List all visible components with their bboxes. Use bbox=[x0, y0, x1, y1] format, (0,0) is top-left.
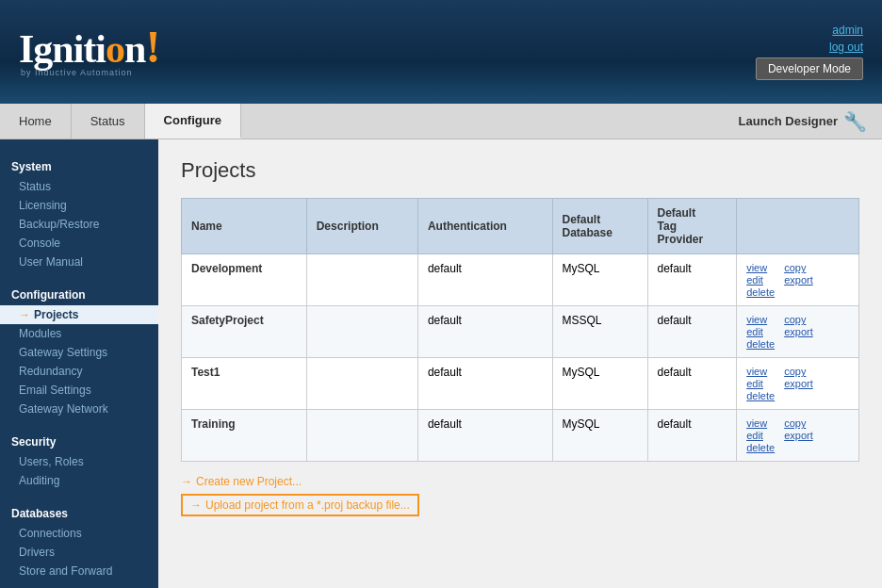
row-auth: default bbox=[417, 254, 552, 306]
sidebar-item-projects[interactable]: → Projects bbox=[0, 305, 158, 324]
edit-link[interactable]: edit bbox=[746, 274, 775, 286]
row-actions: view edit delete copy export bbox=[737, 306, 859, 358]
upload-project-link[interactable]: → Upload project from a *.proj backup fi… bbox=[181, 494, 419, 516]
sidebar-item-console[interactable]: Console bbox=[0, 234, 158, 253]
table-row: SafetyProject default MSSQL default view… bbox=[182, 306, 859, 358]
sidebar-item-licensing[interactable]: Licensing bbox=[0, 196, 158, 215]
sidebar: System Status Licensing Backup/Restore C… bbox=[0, 139, 158, 588]
sidebar-item-drivers[interactable]: Drivers bbox=[0, 543, 158, 562]
footer-links: → Create new Project... → Upload project… bbox=[181, 475, 859, 516]
view-link[interactable]: view bbox=[746, 366, 775, 377]
header: Ignition! by Inductive Automation admin … bbox=[0, 0, 882, 104]
row-actions: view edit delete copy export bbox=[737, 254, 859, 306]
active-arrow-icon: → bbox=[19, 308, 30, 321]
sidebar-item-auditing[interactable]: Auditing bbox=[0, 471, 158, 490]
table-row: Development default MySQL default view e… bbox=[182, 254, 859, 306]
row-description bbox=[306, 410, 417, 462]
export-link[interactable]: export bbox=[784, 378, 813, 389]
row-db: MSSQL bbox=[552, 306, 647, 358]
wrench-icon: 🔧 bbox=[843, 110, 867, 133]
view-link[interactable]: view bbox=[746, 417, 775, 429]
sidebar-item-users-roles[interactable]: Users, Roles bbox=[0, 452, 158, 471]
sidebar-section-security: Security bbox=[0, 426, 158, 452]
delete-link[interactable]: delete bbox=[746, 390, 775, 401]
col-name: Name bbox=[182, 199, 307, 254]
tab-status[interactable]: Status bbox=[72, 104, 145, 139]
arrow-box-icon: → bbox=[190, 498, 202, 512]
export-link[interactable]: export bbox=[784, 430, 813, 441]
row-db: MySQL bbox=[552, 358, 647, 410]
copy-link[interactable]: copy bbox=[784, 262, 813, 273]
row-name: Test1 bbox=[182, 358, 307, 410]
export-link[interactable]: export bbox=[784, 326, 813, 337]
arrow-icon: → bbox=[181, 475, 192, 488]
row-name: Development bbox=[182, 254, 307, 306]
sidebar-section-databases: Databases bbox=[0, 498, 158, 524]
row-db: MySQL bbox=[552, 254, 647, 306]
delete-link[interactable]: delete bbox=[746, 286, 775, 298]
sidebar-item-connections[interactable]: Connections bbox=[0, 524, 158, 543]
delete-link[interactable]: delete bbox=[746, 338, 775, 350]
nav-tabs: Home Status Configure Launch Designer 🔧 bbox=[0, 104, 882, 139]
export-link[interactable]: export bbox=[784, 274, 813, 286]
copy-link[interactable]: copy bbox=[784, 417, 813, 429]
edit-link[interactable]: edit bbox=[746, 378, 775, 389]
edit-link[interactable]: edit bbox=[746, 326, 775, 337]
table-row: Training default MySQL default view edit… bbox=[182, 410, 859, 462]
col-default-db: DefaultDatabase bbox=[552, 199, 647, 254]
projects-table: Name Description Authentication DefaultD… bbox=[181, 198, 859, 462]
row-description bbox=[306, 254, 417, 306]
row-auth: default bbox=[417, 358, 552, 410]
row-auth: default bbox=[417, 410, 552, 462]
upload-project-label: Upload project from a *.proj backup file… bbox=[205, 498, 410, 512]
create-project-link[interactable]: → Create new Project... bbox=[181, 475, 859, 488]
col-default-tag: DefaultTagProvider bbox=[647, 199, 737, 254]
row-description bbox=[306, 306, 417, 358]
dev-mode-button[interactable]: Developer Mode bbox=[756, 57, 863, 80]
row-tag: default bbox=[647, 358, 737, 410]
row-tag: default bbox=[647, 254, 737, 306]
row-db: MySQL bbox=[552, 410, 647, 462]
edit-link[interactable]: edit bbox=[746, 430, 775, 441]
logout-link[interactable]: log out bbox=[829, 41, 863, 54]
launch-designer-label: Launch Designer bbox=[739, 114, 838, 128]
row-tag: default bbox=[647, 306, 737, 358]
logo-text: Ignition! bbox=[19, 26, 159, 72]
row-tag: default bbox=[647, 410, 737, 462]
sidebar-item-store-forward[interactable]: Store and Forward bbox=[0, 562, 158, 580]
sidebar-item-modules[interactable]: Modules bbox=[0, 324, 158, 343]
view-link[interactable]: view bbox=[746, 314, 775, 325]
view-link[interactable]: view bbox=[746, 262, 775, 273]
logo: Ignition! by Inductive Automation bbox=[19, 26, 159, 77]
user-link[interactable]: admin bbox=[832, 24, 863, 37]
table-row: Test1 default MySQL default view edit de… bbox=[182, 358, 859, 410]
row-name: Training bbox=[182, 410, 307, 462]
sidebar-item-redundancy[interactable]: Redundancy bbox=[0, 362, 158, 381]
col-auth: Authentication bbox=[417, 199, 552, 254]
logo-subtitle: by Inductive Automation bbox=[21, 68, 159, 77]
sidebar-item-status[interactable]: Status bbox=[0, 177, 158, 196]
copy-link[interactable]: copy bbox=[784, 314, 813, 325]
sidebar-section-system: System bbox=[0, 151, 158, 177]
tab-home[interactable]: Home bbox=[0, 104, 72, 139]
copy-link[interactable]: copy bbox=[784, 366, 813, 377]
sidebar-section-config: Configuration bbox=[0, 279, 158, 305]
col-actions bbox=[737, 199, 859, 254]
row-name: SafetyProject bbox=[182, 306, 307, 358]
tab-configure[interactable]: Configure bbox=[145, 104, 241, 139]
row-auth: default bbox=[417, 306, 552, 358]
sidebar-item-backup[interactable]: Backup/Restore bbox=[0, 215, 158, 234]
content-area: Projects Name Description Authentication… bbox=[158, 139, 882, 588]
row-actions: view edit delete copy export bbox=[737, 358, 859, 410]
sidebar-item-gateway-network[interactable]: Gateway Network bbox=[0, 400, 158, 418]
delete-link[interactable]: delete bbox=[746, 442, 775, 453]
sidebar-item-manual[interactable]: User Manual bbox=[0, 253, 158, 271]
row-description bbox=[306, 358, 417, 410]
sidebar-item-gateway-settings[interactable]: Gateway Settings bbox=[0, 343, 158, 362]
launch-designer-button[interactable]: Launch Designer 🔧 bbox=[724, 104, 882, 139]
row-actions: view edit delete copy export bbox=[737, 410, 859, 462]
page-title: Projects bbox=[181, 158, 859, 183]
sidebar-item-email-settings[interactable]: Email Settings bbox=[0, 381, 158, 400]
col-description: Description bbox=[306, 199, 417, 254]
create-project-label: Create new Project... bbox=[196, 475, 302, 488]
